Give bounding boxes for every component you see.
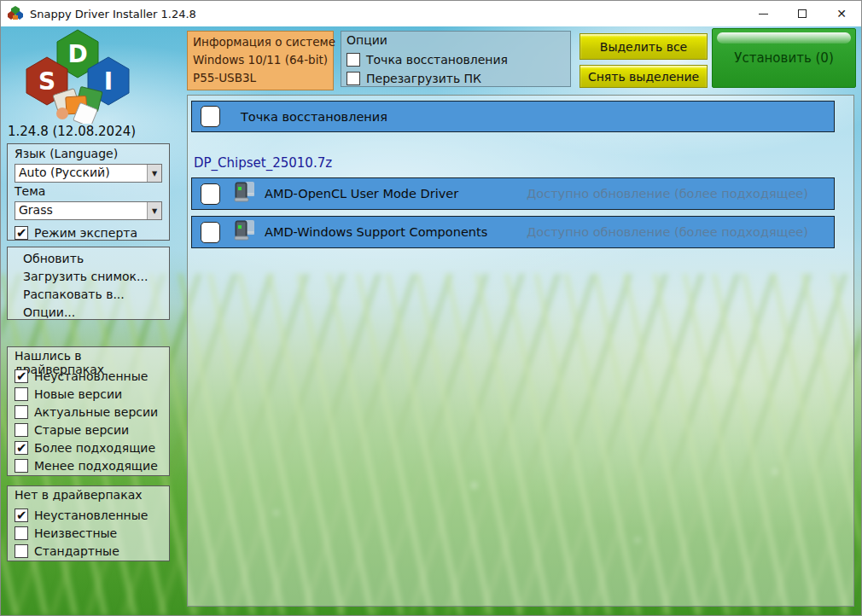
driver-list-panel: Точка восстановления DP_Chipset_25010.7z… (187, 95, 854, 607)
chevron-down-icon[interactable]: ▼ (147, 165, 161, 182)
svg-text:I: I (104, 67, 113, 96)
checkbox-label: Более подходящие (34, 441, 155, 455)
restore-point-row[interactable]: Точка восстановления (191, 101, 835, 132)
checkbox-label: Неустановленные (34, 369, 148, 383)
system-info-panel: Информация о системе Windows 10/11 (64-b… (187, 31, 334, 90)
deselect-all-button[interactable]: Снять выделение (580, 65, 708, 88)
options-panel: Опции Точка восстановления Перезагрузить… (341, 31, 571, 87)
minimize-icon (759, 14, 768, 15)
filter-missing-title: Нет в драйверпаках (15, 488, 169, 506)
language-select-value: Auto (Русский) (15, 165, 147, 182)
version-text: 1.24.8 (12.08.2024) (8, 124, 136, 139)
filter-found-panel: Нашлись в драйверпаках Неустановленные Н… (7, 346, 170, 476)
filter-missing-panel: Нет в драйверпаках Неустановленные Неизв… (7, 485, 170, 561)
maximize-icon (798, 9, 807, 18)
checkbox-label: Перезагрузить ПК (366, 72, 481, 85)
filter-missing-item[interactable]: Стандартные (15, 542, 169, 560)
filter-found-item[interactable]: Неустановленные (15, 367, 169, 385)
checkbox-label: Стандартные (34, 544, 119, 558)
checkbox-label: Неизвестные (34, 526, 117, 540)
filter-found-title: Нашлись в драйверпаках (15, 349, 169, 367)
minimize-button[interactable] (743, 1, 783, 26)
options-title: Опции (347, 33, 565, 50)
filter-found-item[interactable]: Новые версии (15, 385, 169, 403)
checkbox[interactable] (347, 72, 360, 85)
filter-found-item[interactable]: Менее подходящие (15, 456, 169, 474)
filter-missing-item[interactable]: Неустановленные (15, 506, 169, 524)
checkbox[interactable] (15, 369, 28, 383)
install-button-label: Установить (0) (734, 50, 833, 66)
driver-row[interactable]: AMD-Windows Support Components Доступно … (191, 216, 835, 248)
driver-row[interactable]: AMD-OpenCL User Mode Driver Доступно обн… (191, 177, 835, 210)
select-all-button[interactable]: Выделить все (580, 33, 708, 60)
actions-panel: Обновить Загрузить снимок... Распаковать… (7, 247, 170, 320)
checkbox[interactable] (15, 423, 28, 437)
title-bar: Snappy Driver Installer 1.24.8 ✕ (1, 1, 861, 26)
action-update[interactable]: Обновить (23, 250, 169, 268)
language-label: Язык (Language) (15, 147, 162, 164)
driverpack-name-link[interactable]: DP_Chipset_25010.7z (194, 155, 332, 171)
language-select[interactable]: Auto (Русский) ▼ (15, 164, 162, 183)
maximize-button[interactable] (783, 1, 822, 26)
theme-label: Тема (15, 184, 162, 201)
sdi-logo: D S I (14, 28, 142, 127)
app-background: D S I 1.24.8 (12.08.2024) Язык (Language… (1, 26, 861, 615)
checkbox[interactable] (15, 441, 28, 455)
checkbox-label: Точка восстановления (366, 53, 508, 67)
checkbox[interactable] (15, 544, 28, 558)
action-load-snapshot[interactable]: Загрузить снимок... (23, 268, 169, 286)
driver-name: AMD-Windows Support Components (265, 225, 487, 239)
driver-status: Доступно обновление (более подходящее) (527, 187, 808, 200)
checkbox-label: Неустановленные (34, 508, 148, 522)
expert-mode-label: Режим эксперта (34, 226, 137, 240)
driver-checkbox[interactable] (201, 222, 220, 243)
language-theme-panel: Язык (Language) Auto (Русский) ▼ Тема Gr… (7, 143, 170, 241)
checkbox-label: Новые версии (34, 387, 122, 401)
restore-point-option[interactable]: Точка восстановления (347, 50, 565, 69)
system-os: Windows 10/11 (64-bit) (193, 51, 328, 69)
driver-checkbox[interactable] (201, 183, 220, 205)
action-options[interactable]: Опции... (23, 304, 169, 322)
system-board: P55-USB3L (193, 69, 328, 87)
svg-text:D: D (67, 40, 87, 68)
filter-found-item[interactable]: Актуальные версии (15, 403, 169, 421)
close-icon: ✕ (836, 8, 847, 20)
checkbox[interactable] (15, 459, 28, 473)
theme-select[interactable]: Grass ▼ (15, 201, 162, 220)
reboot-option[interactable]: Перезагрузить ПК (347, 69, 565, 88)
device-icon (232, 179, 258, 208)
checkbox-label: Актуальные версии (34, 405, 158, 419)
install-button[interactable]: Установить (0) (712, 28, 856, 88)
device-icon (232, 218, 258, 247)
svg-text:S: S (38, 67, 55, 96)
expert-mode-checkbox[interactable] (15, 226, 28, 240)
checkbox-label: Старые версии (34, 423, 129, 437)
app-logo-icon (8, 6, 23, 21)
app-window: Snappy Driver Installer 1.24.8 ✕ D S I (0, 0, 862, 616)
theme-select-value: Grass (15, 202, 147, 219)
checkbox-label: Менее подходящие (34, 459, 158, 473)
restore-point-checkbox[interactable] (201, 106, 220, 127)
chevron-down-icon[interactable]: ▼ (147, 202, 161, 219)
action-extract-to[interactable]: Распаковать в... (23, 286, 169, 304)
checkbox[interactable] (15, 387, 28, 401)
checkbox[interactable] (15, 405, 28, 419)
system-info-title: Информация о системе (193, 33, 328, 51)
checkbox[interactable] (15, 526, 28, 540)
filter-missing-item[interactable]: Неизвестные (15, 524, 169, 542)
filter-found-item[interactable]: Старые версии (15, 421, 169, 439)
window-title: Snappy Driver Installer 1.24.8 (30, 8, 196, 20)
restore-point-label: Точка восстановления (241, 110, 387, 124)
expert-mode-row[interactable]: Режим эксперта (15, 224, 162, 241)
driver-name: AMD-OpenCL User Mode Driver (265, 187, 458, 200)
close-button[interactable]: ✕ (822, 1, 861, 26)
checkbox[interactable] (15, 508, 28, 522)
driver-status: Доступно обновление (более подходящее) (527, 225, 808, 239)
filter-found-item[interactable]: Более подходящие (15, 439, 169, 456)
checkbox[interactable] (347, 53, 360, 67)
